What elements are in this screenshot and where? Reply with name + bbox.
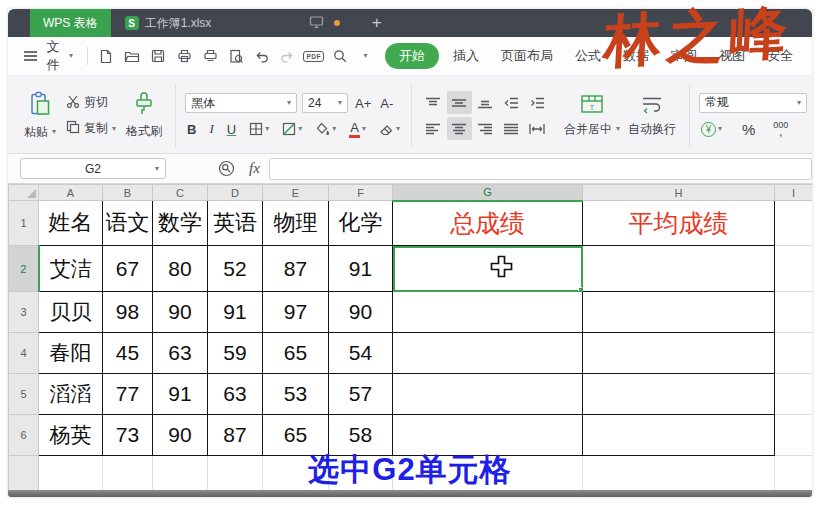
cell-h2[interactable] — [583, 246, 775, 292]
ribbon-tab-formulas[interactable]: 公式 — [564, 43, 612, 69]
percent-button[interactable]: % — [736, 120, 761, 139]
cell-g1[interactable]: 总成绩 — [393, 201, 583, 246]
cell-f3[interactable]: 90 — [329, 292, 393, 333]
ribbon-tab-home[interactable]: 开始 — [385, 43, 439, 69]
cell-i5[interactable] — [775, 374, 813, 415]
formula-input[interactable] — [269, 158, 812, 180]
new-file-button[interactable] — [94, 43, 119, 69]
cell-e6[interactable]: 65 — [263, 415, 329, 456]
col-header-a[interactable]: A — [39, 185, 103, 201]
row-header-3[interactable]: 3 — [9, 292, 39, 333]
export-pdf-button[interactable]: PDF — [301, 43, 326, 69]
decrease-indent-button[interactable] — [499, 91, 524, 114]
cell-b5[interactable]: 77 — [103, 374, 153, 415]
cell-g5[interactable] — [393, 374, 583, 415]
cell-shading-button[interactable]: ▾ — [280, 122, 304, 136]
cell-d3[interactable]: 91 — [208, 292, 263, 333]
col-header-d[interactable]: D — [208, 185, 263, 201]
more-tools-chevron[interactable]: ▾ — [353, 43, 378, 69]
col-header-f[interactable]: F — [329, 185, 393, 201]
row-header-6[interactable]: 6 — [9, 415, 39, 456]
row-header-2-selected[interactable]: 2 — [9, 246, 39, 292]
font-name-select[interactable]: 黑体▾ — [185, 93, 297, 113]
thousands-separator-button[interactable]: 000, — [773, 122, 788, 137]
font-color-button[interactable]: A▾ — [347, 121, 368, 138]
number-format-select[interactable]: 常规▾ — [699, 93, 807, 113]
col-header-i[interactable]: I — [775, 185, 813, 201]
save-button[interactable] — [146, 43, 171, 69]
redo-button[interactable] — [275, 43, 300, 69]
cell-i6[interactable] — [775, 415, 813, 456]
cell-g4[interactable] — [393, 333, 583, 374]
cell-b1[interactable]: 语文 — [103, 201, 153, 246]
name-box[interactable]: G2▾ — [20, 158, 166, 179]
file-menu-button[interactable]: 文件 ▾ — [16, 38, 81, 74]
cell-c5[interactable]: 91 — [153, 374, 208, 415]
wps-app-tab[interactable]: WPS 表格 — [30, 9, 111, 37]
col-header-c[interactable]: C — [153, 185, 208, 201]
cell-g3[interactable] — [393, 292, 583, 333]
cell-f1[interactable]: 化学 — [329, 201, 393, 246]
increase-font-button[interactable]: A+ — [353, 96, 373, 111]
cell-a6[interactable]: 杨英 — [39, 415, 103, 456]
select-all-corner[interactable] — [9, 185, 39, 201]
ribbon-tab-review[interactable]: 审阅 — [660, 43, 708, 69]
ribbon-tab-page-layout[interactable]: 页面布局 — [490, 43, 564, 69]
cell-a2[interactable]: 艾洁 — [39, 246, 103, 292]
ribbon-tab-data[interactable]: 数据 — [612, 43, 660, 69]
cell-e1[interactable]: 物理 — [263, 201, 329, 246]
fill-color-button[interactable]: ▾ — [313, 122, 338, 136]
row-header-1[interactable]: 1 — [9, 201, 39, 246]
cell-d7[interactable] — [208, 456, 263, 491]
increase-indent-button[interactable] — [525, 91, 550, 114]
find-button[interactable] — [327, 43, 352, 69]
new-tab-button[interactable]: + — [354, 9, 400, 37]
format-painter-button[interactable]: 格式刷 — [122, 92, 166, 140]
align-top-button[interactable] — [421, 91, 446, 114]
currency-button[interactable]: ¥▾ — [699, 122, 724, 137]
cell-b6[interactable]: 73 — [103, 415, 153, 456]
cell-c6[interactable]: 90 — [153, 415, 208, 456]
borders-button[interactable]: ▾ — [247, 122, 271, 136]
open-file-button[interactable] — [120, 43, 145, 69]
col-header-h[interactable]: H — [583, 185, 775, 201]
cell-a4[interactable]: 春阳 — [39, 333, 103, 374]
cell-a7[interactable] — [39, 456, 103, 491]
cell-i3[interactable] — [775, 292, 813, 333]
print-button[interactable] — [172, 43, 197, 69]
ribbon-tab-security[interactable]: 安全 — [756, 43, 804, 69]
font-size-select[interactable]: 24▾ — [302, 93, 348, 113]
underline-button[interactable]: U — [225, 122, 238, 137]
align-right-button[interactable] — [473, 117, 498, 140]
cell-f5[interactable]: 57 — [329, 374, 393, 415]
cell-g6[interactable] — [393, 415, 583, 456]
distribute-button[interactable] — [525, 117, 550, 140]
col-header-b[interactable]: B — [103, 185, 153, 201]
align-bottom-button[interactable] — [473, 91, 498, 114]
cell-b7[interactable] — [103, 456, 153, 491]
cell-h7[interactable] — [583, 456, 775, 491]
row-header-7[interactable] — [9, 456, 39, 491]
cell-c1[interactable]: 数学 — [153, 201, 208, 246]
italic-button[interactable]: I — [207, 121, 215, 137]
cell-c4[interactable]: 63 — [153, 333, 208, 374]
cell-i1[interactable] — [775, 201, 813, 246]
cell-e4[interactable]: 65 — [263, 333, 329, 374]
cell-e3[interactable]: 97 — [263, 292, 329, 333]
cell-c7[interactable] — [153, 456, 208, 491]
undo-button[interactable] — [249, 43, 274, 69]
cell-h6[interactable] — [583, 415, 775, 456]
align-left-button[interactable] — [421, 117, 446, 140]
cell-b2[interactable]: 67 — [103, 246, 153, 292]
cell-d5[interactable]: 63 — [208, 374, 263, 415]
cell-d2[interactable]: 52 — [208, 246, 263, 292]
col-header-g-selected[interactable]: G — [393, 185, 583, 201]
cell-i4[interactable] — [775, 333, 813, 374]
align-center-button[interactable] — [447, 117, 472, 140]
clear-format-button[interactable]: ▾ — [377, 123, 402, 136]
cell-d4[interactable]: 59 — [208, 333, 263, 374]
cell-f6[interactable]: 58 — [329, 415, 393, 456]
cell-g2-selected[interactable] — [393, 246, 583, 292]
print-preview-button[interactable] — [198, 43, 223, 69]
cell-b4[interactable]: 45 — [103, 333, 153, 374]
